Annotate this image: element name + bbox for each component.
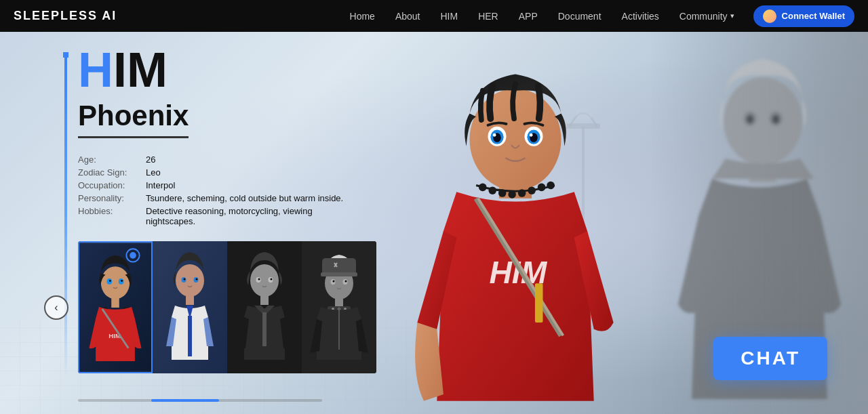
svg-point-7 [109, 280, 111, 282]
phoenix-character-svg: HIM [387, 48, 644, 414]
svg-rect-33 [262, 312, 267, 346]
svg-rect-58 [535, 283, 543, 323]
nav-activities[interactable]: Activities [614, 8, 667, 24]
svg-point-70 [488, 186, 496, 194]
chat-button[interactable]: CHAT [713, 337, 827, 380]
stat-hobbies: Hobbies: Detective reasoning, motorcycli… [78, 206, 363, 226]
navbar: SLEEPLESS AI Home About HIM HER APP Docu… [0, 0, 868, 32]
carousel-card-3[interactable] [227, 241, 302, 373]
svg-point-75 [538, 184, 546, 192]
svg-point-81 [746, 115, 754, 124]
carousel-card-2[interactable] [153, 241, 227, 373]
svg-rect-42 [335, 298, 343, 308]
svg-point-82 [772, 115, 780, 124]
svg-point-73 [518, 189, 526, 197]
him-title: HIM [78, 45, 363, 94]
svg-rect-32 [260, 295, 269, 305]
svg-point-23 [196, 278, 198, 281]
pagination-thumb [151, 399, 219, 402]
svg-point-19 [176, 264, 204, 297]
nav-document[interactable]: Document [550, 8, 610, 24]
nav-community[interactable]: Community ▾ [671, 8, 743, 24]
character-info-panel: HIM Phoenix Age: 26 Zodiac Sign: Leo Occ… [78, 45, 363, 229]
svg-point-76 [547, 182, 555, 190]
svg-rect-24 [186, 295, 194, 305]
nav-her[interactable]: HER [470, 8, 507, 24]
character-stats: Age: 26 Zodiac Sign: Leo Occupation: Int… [78, 154, 363, 226]
svg-point-72 [508, 190, 516, 199]
hero-section: HIM Phoenix Age: 26 Zodiac Sign: Leo Occ… [0, 32, 868, 414]
main-character-area: HIM [380, 32, 651, 414]
nav-links: Home About HIM HER APP Document Activiti… [342, 5, 854, 27]
svg-point-69 [479, 184, 487, 192]
connect-wallet-button[interactable]: Connect Wallet [753, 5, 854, 27]
svg-point-71 [498, 189, 507, 197]
nav-about[interactable]: About [387, 8, 429, 24]
svg-point-74 [528, 186, 536, 194]
svg-point-40 [333, 281, 335, 283]
chevron-down-icon: ▾ [730, 12, 734, 20]
left-accent-dot [63, 52, 68, 58]
svg-point-68 [530, 133, 533, 137]
svg-rect-37 [321, 272, 357, 276]
character-name: Phoenix [78, 100, 189, 138]
nav-app[interactable]: APP [511, 8, 546, 24]
carousel-card-1[interactable]: HIM [78, 241, 153, 373]
carousel-prev-button[interactable]: ‹ [44, 295, 68, 320]
pagination-track [78, 399, 322, 402]
brand-logo: SLEEPLESS AI [14, 9, 117, 23]
stat-occupation: Occupation: Interpol [78, 180, 363, 190]
left-accent-line [64, 52, 67, 377]
svg-point-17 [130, 252, 136, 259]
svg-point-41 [345, 281, 347, 283]
stat-zodiac: Zodiac Sign: Leo [78, 167, 363, 178]
svg-point-31 [271, 278, 273, 281]
nav-him[interactable]: HIM [432, 8, 466, 24]
svg-point-22 [184, 278, 186, 281]
svg-rect-25 [188, 316, 192, 356]
nav-home[interactable]: Home [342, 8, 383, 24]
svg-point-30 [258, 278, 260, 281]
svg-point-27 [250, 264, 279, 297]
stat-personality: Personality: Tsundere, scheming, cold ou… [78, 193, 363, 203]
wallet-icon [763, 9, 776, 23]
carousel-card-4[interactable] [302, 241, 376, 373]
svg-point-78 [724, 77, 802, 165]
svg-point-4 [101, 266, 130, 299]
svg-point-64 [493, 133, 496, 137]
svg-point-8 [121, 280, 123, 282]
svg-rect-9 [111, 298, 119, 308]
him-h-letter: H [78, 43, 113, 97]
carousel-inner: HIM [78, 241, 376, 373]
character-carousel: ‹ [78, 241, 417, 373]
stat-age: Age: 26 [78, 154, 363, 165]
